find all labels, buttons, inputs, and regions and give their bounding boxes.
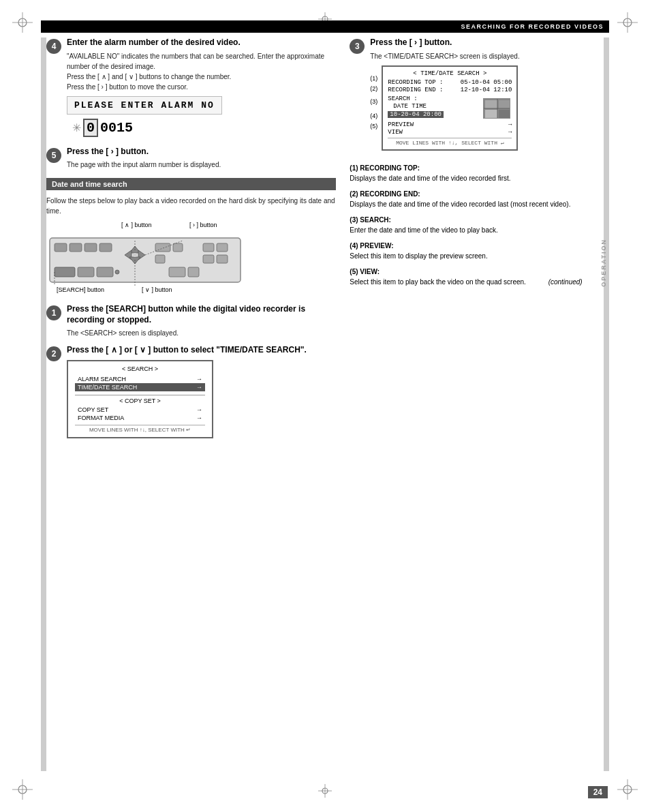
step-5-title: Press the [ › ] button.: [67, 147, 336, 157]
svg-rect-35: [55, 267, 75, 277]
svg-rect-32: [217, 243, 228, 252]
recording-end-label: RECORDING END :: [388, 87, 443, 93]
svg-rect-22: [99, 243, 112, 252]
step-3-number: 3: [350, 39, 365, 54]
timedate-screen-container: (1) (2) (3) (4) (5) < TIME/DATE SEARCH >…: [370, 65, 604, 151]
step-3-content: Press the [ › ] button. The <TIME/DATE S…: [370, 37, 604, 156]
search-btn-label: [SEARCH] button: [57, 286, 104, 293]
description-list: (1) RECORDING TOP: Displays the date and…: [350, 163, 604, 287]
svg-rect-29: [173, 243, 183, 252]
desc-5-label: (5) VIEW:: [350, 268, 380, 275]
recording-top-label: RECORDING TOP :: [388, 79, 443, 86]
timedate-screen-title: < TIME/DATE SEARCH >: [388, 70, 512, 77]
section-title: SEARCHING FOR RECORDED VIDEOS: [461, 23, 604, 30]
recording-top-row: RECORDING TOP : 05-10-04 05:00: [388, 79, 512, 86]
svg-rect-49: [499, 110, 510, 118]
step-1-block: 1 Press the [SEARCH] button while the di…: [46, 304, 336, 338]
right-sidebar: [604, 37, 609, 771]
desc-1-label: (1) RECORDING TOP:: [350, 164, 420, 172]
timedate-screen: < TIME/DATE SEARCH > RECORDING TOP : 05-…: [382, 65, 518, 151]
corner-mark-bl: [12, 779, 33, 800]
alarm-cursor-icon: ✳: [72, 121, 81, 134]
svg-rect-28: [155, 243, 170, 252]
svg-rect-21: [84, 243, 97, 252]
corner-mark-tl: [12, 12, 33, 33]
search-screen-title: < SEARCH >: [75, 365, 205, 372]
step-1-body: The <SEARCH> screen is displayed.: [67, 328, 336, 338]
section-intro: Follow the steps below to play back a vi…: [46, 196, 336, 216]
timedate-search-item-selected: TIME/DATE SEARCH →: [75, 383, 205, 391]
view-arrow: →: [508, 129, 512, 136]
step-2-title: Press the [ ∧ ] or [ ∨ ] button to selec…: [67, 345, 336, 356]
right-column: 3 Press the [ › ] button. The <TIME/DATE…: [350, 37, 604, 771]
svg-rect-47: [499, 100, 510, 108]
step-5-number: 5: [46, 148, 61, 163]
left-sidebar: [41, 37, 46, 771]
format-media-item: FORMAT MEDIA →: [75, 414, 205, 422]
desc-4-text: Select this item to display the preview …: [350, 252, 487, 260]
callout-2: (2): [370, 85, 377, 92]
timedate-search-label: TIME/DATE SEARCH: [78, 384, 137, 391]
svg-rect-46: [485, 100, 497, 108]
step-4-body-2: Press the [ ∧ ] and [ ∨ ] buttons to cha…: [67, 72, 336, 82]
preview-row: PREVIEW →: [388, 121, 512, 128]
svg-rect-30: [155, 255, 165, 263]
desc-1: (1) RECORDING TOP: Displays the date and…: [350, 163, 604, 183]
down-btn-label: [ ∨ ] button: [142, 286, 172, 293]
desc-4: (4) PREVIEW: Select this item to display…: [350, 241, 604, 261]
step-3-body: The <TIME/DATE SEARCH> screen is display…: [370, 51, 604, 61]
recording-end-value: 12-10-04 12:10: [461, 87, 512, 93]
step-5-body: The page with the input alarm number is …: [67, 160, 336, 170]
svg-point-38: [115, 270, 119, 274]
svg-rect-20: [69, 243, 82, 252]
section-date-time-header: Date and time search: [46, 178, 336, 190]
step-3-title: Press the [ › ] button.: [370, 37, 604, 48]
search-screen-footer: MOVE LINES WITH ↑↓, SELECT WITH ↵: [75, 425, 205, 433]
desc-3-label: (3) SEARCH:: [350, 216, 391, 224]
desc-5-text: Select this item to play back the video …: [350, 278, 526, 286]
center-mark-bottom: [318, 784, 332, 800]
svg-rect-34: [217, 255, 228, 263]
format-media-arrow: →: [196, 415, 202, 421]
desc-3: (3) SEARCH: Enter the date and time of t…: [350, 215, 604, 235]
step-1-title: Press the [SEARCH] button while the digi…: [67, 304, 336, 325]
step-4-title: Enter the alarm number of the desired vi…: [67, 37, 336, 48]
svg-rect-40: [188, 267, 199, 277]
callout-5: (5): [370, 123, 377, 130]
desc-5: (5) VIEW: Select this item to play back …: [350, 267, 604, 287]
copy-set-label: COPY SET: [78, 406, 108, 413]
alarm-text-display: PLEASE ENTER ALARM NO: [67, 96, 222, 115]
timedate-search-arrow: →: [196, 384, 202, 391]
step-4-number: 4: [46, 39, 61, 54]
continued-text: (continued): [548, 278, 583, 286]
step-2-content: Press the [ ∧ ] or [ ∨ ] button to selec…: [67, 345, 336, 442]
alarm-cursor-box: 0: [83, 119, 98, 137]
alarm-number-rest: 0015: [100, 120, 133, 136]
svg-rect-48: [485, 110, 497, 118]
view-row: VIEW →: [388, 129, 512, 136]
and-text: and: [112, 73, 123, 80]
callout-3: (3): [370, 98, 377, 105]
alarm-search-item: ALARM SEARCH →: [75, 375, 205, 383]
corner-mark-br: [617, 779, 638, 800]
svg-point-27: [133, 253, 137, 257]
desc-4-label: (4) PREVIEW:: [350, 242, 393, 250]
page-number: 24: [588, 786, 608, 798]
left-column: 4 Enter the alarm number of the desired …: [46, 37, 336, 771]
copy-set-section: < COPY SET > COPY SET → FORMAT MEDIA →: [75, 395, 205, 422]
desc-1-text: Displays the date and time of the video …: [350, 175, 510, 182]
preview-thumbnail: [483, 98, 510, 121]
thumbnail-svg: [483, 98, 510, 119]
main-content: 4 Enter the alarm number of the desired …: [46, 37, 604, 771]
up-btn-label: [ ∧ ] button: [121, 222, 152, 228]
desc-2-label: (2) RECORDING END:: [350, 190, 420, 198]
alarm-number-display: ✳ 0 0015: [72, 119, 336, 137]
svg-rect-33: [203, 255, 214, 263]
desc-2-text: Displays the date and time of the video …: [350, 200, 570, 208]
search-screen: < SEARCH > ALARM SEARCH → TIME/DATE SEAR…: [67, 360, 213, 438]
callout-numbers: (1) (2) (3) (4) (5): [370, 65, 377, 130]
header-bar: SEARCHING FOR RECORDED VIDEOS: [41, 20, 609, 33]
callout-4: (4): [370, 112, 377, 119]
step-1-content: Press the [SEARCH] button while the digi…: [67, 304, 336, 338]
preview-arrow: →: [508, 121, 512, 128]
